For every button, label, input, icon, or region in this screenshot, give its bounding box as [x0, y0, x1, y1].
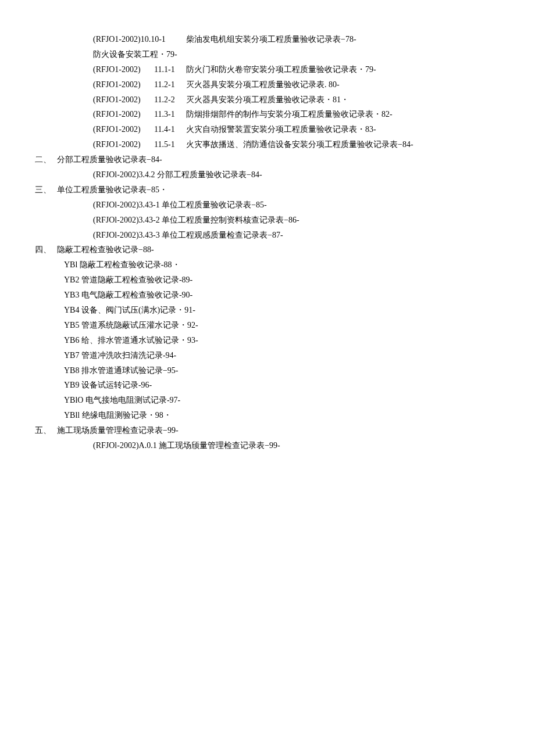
code-value: (RFJO1-2002)10.10-1: [93, 32, 186, 47]
toc-item: YB4 设备、阀门试压(满水)记录・91-: [35, 303, 500, 318]
toc-item: YBlO 电气接地电阻测试记录-97-: [35, 393, 500, 408]
desc-value: 火灾自动报警装置安装分项工程质量验收记录表・83-: [186, 122, 500, 137]
toc-code-line: (RFJO1-2002) 11.2-2 灭火器具安装分项工程质量验收记录表・81…: [35, 92, 500, 108]
toc-item: YB3 电气隐蔽工程检查验收记录-90-: [35, 288, 500, 303]
toc-item: YB9 设备试运转记录-96-: [35, 378, 500, 393]
desc-value: 防火门和防火卷帘安装分项工程质量验收记录表・79-: [186, 62, 500, 77]
toc-item: (RFJOl-2002)A.0.1 施工现场颀量管理检查记录表−99-: [35, 438, 500, 453]
num-value: 11.5-1: [154, 137, 186, 152]
code-value: (RFJO1-2002): [93, 107, 154, 122]
toc-item: YBl 隐蔽工程检查验收记录-88・: [35, 257, 500, 273]
desc-value: 灭火器具安装分项工程质量验收记录表・81・: [186, 92, 500, 108]
desc-value: 防烟排烟部件的制作与安装分项工程质量验收记录表・82-: [186, 107, 500, 122]
toc-item: (RFJOl-2002)3.43-1 单位工程质量验收记录表−85-: [35, 198, 500, 213]
code-value: (RFJO1-2002): [93, 92, 154, 108]
num-value: 11.3-1: [154, 107, 186, 122]
section-heading-3: 三、 单位工程质量验收记录表−85・: [35, 182, 500, 198]
toc-item: (RFJOl-2002)3.43-2 单位工程质量控制资料核查记录表−86-: [35, 213, 500, 228]
toc-item: (RFJOl-2002)3.43-3 单位工程观感质量检查记录表−87-: [35, 228, 500, 243]
section-number: 五、: [35, 423, 57, 438]
section-heading-5: 五、 施工现场质量管理检查记录表−99-: [35, 423, 500, 438]
section-heading-4: 四、 隐蔽工程检查验收记录−88-: [35, 242, 500, 257]
section-number: 二、: [35, 152, 57, 167]
num-value: 11.4-1: [154, 122, 186, 137]
code-value: (RFJO1-2002): [93, 77, 154, 92]
section-number: 三、: [35, 182, 57, 198]
num-value: 11.2-1: [154, 77, 186, 92]
desc-value: 柴油发电机组安装分项工程质量验收记录表−78-: [186, 32, 500, 47]
toc-code-line: (RFJO1-2002) 11.5-1 火灾事故播送、消防通信设备安装分项工程质…: [35, 137, 500, 152]
toc-code-line: (RFJO1-2002) 11.1-1 防火门和防火卷帘安装分项工程质量验收记录…: [35, 62, 500, 77]
toc-code-line: (RFJO1-2002) 11.3-1 防烟排烟部件的制作与安装分项工程质量验收…: [35, 107, 500, 122]
toc-item: YBll 绝缘电阻测验记录・98・: [35, 408, 500, 423]
toc-item: YB8 排水管道通球试验记录−95-: [35, 363, 500, 378]
toc-code-line: (RFJO1-2002) 11.2-1 灭火器具安装分项工程质量验收记录表. 8…: [35, 77, 500, 92]
section-title: 隐蔽工程检查验收记录−88-: [57, 242, 500, 257]
toc-plain-line: 防火设备安装工程・79-: [35, 47, 500, 62]
toc-item: (RFJOl-2002)3.4.2 分部工程质量验收记录表−84-: [35, 167, 500, 182]
desc-value: 火灾事故播送、消防通信设备安装分项工程质量验收记录表−84-: [186, 137, 500, 152]
toc-code-line: (RFJO1-2002) 11.4-1 火灾自动报警装置安装分项工程质量验收记录…: [35, 122, 500, 137]
document-body: (RFJO1-2002)10.10-1 柴油发电机组安装分项工程质量验收记录表−…: [35, 32, 500, 453]
toc-item: YB5 管道系统隐蔽试压灌水记录・92-: [35, 318, 500, 333]
desc-value: 灭火器具安装分项工程质量验收记录表. 80-: [186, 77, 500, 92]
num-value: 11.2-2: [154, 92, 186, 108]
section-title: 单位工程质量验收记录表−85・: [57, 182, 500, 198]
toc-item: YB6 给、排水管道通水试验记录・93-: [35, 333, 500, 348]
section-heading-2: 二、 分部工程质量验收记录表−84-: [35, 152, 500, 167]
toc-item: YB7 管道冲洗吹扫清洗记录-94-: [35, 348, 500, 363]
section-number: 四、: [35, 242, 57, 257]
section-title: 施工现场质量管理检查记录表−99-: [57, 423, 500, 438]
toc-code-line: (RFJO1-2002)10.10-1 柴油发电机组安装分项工程质量验收记录表−…: [35, 32, 500, 47]
toc-item: YB2 管道隐蔽工程检查验收记录-89-: [35, 273, 500, 288]
section-title: 分部工程质量验收记录表−84-: [57, 152, 500, 167]
code-value: (RFJO1-2002): [93, 122, 154, 137]
code-value: (RFJO1-2002): [93, 137, 154, 152]
code-value: (RFJO1-2002): [93, 62, 154, 77]
num-value: 11.1-1: [154, 62, 186, 77]
